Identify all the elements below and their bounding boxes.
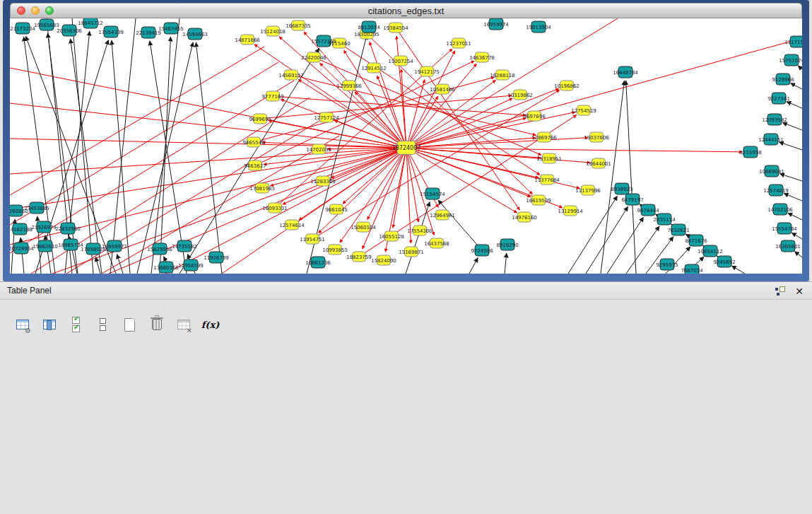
graph-node-label: 10581486 xyxy=(430,87,455,93)
table-panel-header: Table Panel ✕ xyxy=(0,282,812,300)
citation-edge-black[interactable] xyxy=(607,217,643,274)
table-panel-title: Table Panel xyxy=(7,286,52,296)
graph-node-label: 14735582 xyxy=(172,244,197,250)
graph-node-label: 12574614 xyxy=(279,223,305,228)
function-builder-icon[interactable]: f(x) xyxy=(201,315,220,334)
citation-edge-black[interactable] xyxy=(71,39,102,274)
column-visibility-icon[interactable] xyxy=(40,315,59,334)
graph-node-label: 14594663 xyxy=(182,32,208,37)
graph-node-label: 16055128 xyxy=(379,234,404,240)
graph-node-label: 8813074 xyxy=(358,25,380,30)
graph-node-label: 13680366 xyxy=(153,265,179,271)
citation-edge-black[interactable] xyxy=(626,81,636,274)
graph-node-label: 17999366 xyxy=(336,83,362,89)
window-title: citations_edges.txt xyxy=(11,4,801,19)
graph-node-label: 22832960 xyxy=(55,226,81,232)
citation-edge-black[interactable] xyxy=(788,213,802,220)
graph-node-label: 14976160 xyxy=(512,215,537,221)
citation-edge-red[interactable] xyxy=(406,148,517,213)
float-panel-icon[interactable] xyxy=(775,286,785,296)
table-panel: Table Panel ✕ ⚙ ✕ f(x) citations_edges.t… xyxy=(0,281,812,514)
graph-node-label: 14702106 xyxy=(767,207,793,213)
graph-node-label: 11007254 xyxy=(388,59,413,64)
graph-node-label: 12093582 xyxy=(762,117,787,123)
graph-node-label: 16644001 xyxy=(586,161,611,167)
graph-node-label: 9129966 xyxy=(772,77,794,83)
graph-node-label: 14702039 xyxy=(306,147,331,153)
citation-edge-red[interactable] xyxy=(283,148,406,204)
graph-node-label: 10196862 xyxy=(554,83,579,89)
graph-node-label: 12757124 xyxy=(314,115,339,121)
graph-node-label: 15554784 xyxy=(772,226,797,232)
citation-edge-black[interactable] xyxy=(779,142,802,150)
citation-edge-black[interactable] xyxy=(137,42,193,274)
close-panel-icon[interactable]: ✕ xyxy=(795,286,804,296)
citation-edge-red[interactable] xyxy=(10,47,264,195)
citation-edge-black[interactable] xyxy=(626,226,659,274)
graph-node-label: 10869041 xyxy=(759,169,784,175)
network-canvas[interactable]: 1872400719384554183002959115460224200461… xyxy=(10,18,802,274)
citation-edge-black[interactable] xyxy=(586,206,628,274)
citation-edge-black[interactable] xyxy=(791,83,802,89)
citation-edge-black[interactable] xyxy=(782,122,802,130)
citation-edge-red[interactable] xyxy=(271,148,406,186)
citation-edge-black[interactable] xyxy=(792,233,802,239)
citation-edge-black[interactable] xyxy=(731,266,745,274)
graph-node-label: 12958599 xyxy=(178,263,204,269)
graph-node-label: 19565683 xyxy=(34,23,59,28)
graph-node-label: 14871866 xyxy=(235,37,260,43)
graph-node-label: 16288118 xyxy=(490,73,515,78)
citation-edge-red[interactable] xyxy=(406,18,618,148)
citation-edge-black[interactable] xyxy=(160,37,170,274)
graph-node-label: 16959972 xyxy=(102,244,127,250)
graph-node-label: 9697696 xyxy=(523,114,546,119)
table-settings-icon[interactable]: ⚙ xyxy=(13,315,32,334)
network-window-titlebar[interactable]: citations_edges.txt xyxy=(10,3,802,18)
citation-edge-red[interactable] xyxy=(406,38,802,148)
citation-edge-black[interactable] xyxy=(112,40,130,274)
citation-edge-black[interactable] xyxy=(110,18,136,274)
graph-node-label: 17554339 xyxy=(98,30,124,35)
citation-edge-black[interactable] xyxy=(779,174,802,181)
citation-edge-black[interactable] xyxy=(469,258,478,274)
graph-node-label: 9777169 xyxy=(261,94,283,100)
graph-node-label: 15572368 xyxy=(311,39,336,45)
graph-node-label: 18985734 xyxy=(58,243,83,248)
graph-node-label: 12869766 xyxy=(531,135,557,141)
graph-node-label: 9861045 xyxy=(325,207,347,213)
citation-edge-black[interactable] xyxy=(47,18,72,274)
citation-edge-black[interactable] xyxy=(787,102,802,108)
graph-node-label: 12444151 xyxy=(758,137,784,143)
citation-edge-red[interactable] xyxy=(396,36,406,148)
graph-node-label: 8471676 xyxy=(685,238,707,244)
citation-edge-red[interactable] xyxy=(406,138,588,148)
graph-node-label: 19384554 xyxy=(383,25,408,31)
graph-node-label: 10654112 xyxy=(698,249,723,255)
citation-edge-red[interactable] xyxy=(254,77,494,142)
citation-edge-black[interactable] xyxy=(794,251,802,257)
graph-node-label: 10861236 xyxy=(305,260,331,266)
citation-edge-black[interactable] xyxy=(505,253,507,274)
graph-node-label: 11954751 xyxy=(300,237,325,243)
citation-edge-black[interactable] xyxy=(196,42,222,274)
graph-node-label: 18823759 xyxy=(346,255,372,260)
graph-node-label: 21926974 xyxy=(31,225,57,230)
new-table-icon[interactable] xyxy=(120,315,139,334)
graph-node-label: 9724586 xyxy=(471,248,493,254)
graph-node-label: 11237011 xyxy=(446,41,471,47)
graph-node-label: 12574619 xyxy=(763,188,789,194)
citation-network-graph[interactable]: 1872400719384554183002959115460224200461… xyxy=(10,18,802,274)
graph-node-label: 8910290 xyxy=(496,243,518,248)
graph-node-label: 9245652 xyxy=(713,259,735,265)
citation-edge-black[interactable] xyxy=(151,18,180,274)
delete-table-icon[interactable] xyxy=(147,315,166,334)
citation-edge-black[interactable] xyxy=(798,66,802,69)
row-select-icon[interactable] xyxy=(66,315,86,334)
graph-node-label: 15037606 xyxy=(584,135,609,141)
graph-node-label: 21173234 xyxy=(10,26,35,32)
citation-edge-red[interactable] xyxy=(406,80,425,148)
graph-node-label: 9474444 xyxy=(637,208,659,214)
citation-edge-black[interactable] xyxy=(784,194,802,201)
graph-node-label: 19013904 xyxy=(526,25,551,30)
rows-icon[interactable] xyxy=(93,315,112,334)
